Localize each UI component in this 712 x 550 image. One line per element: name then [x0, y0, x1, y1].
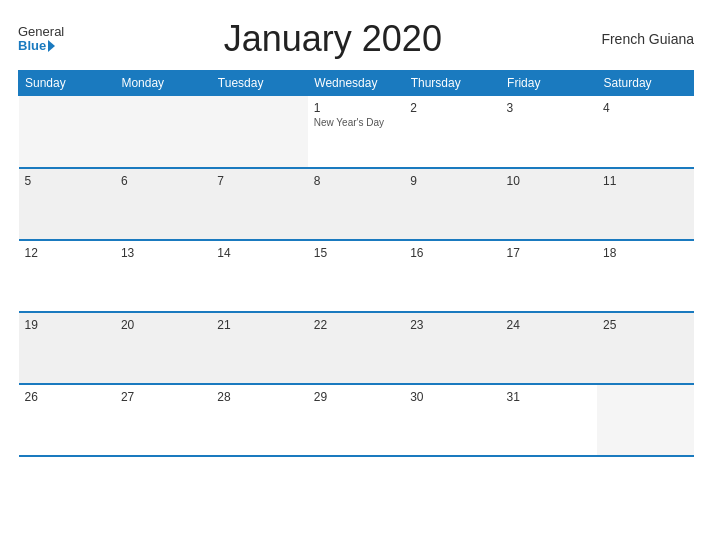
day-header-monday: Monday: [115, 71, 211, 96]
calendar-cell: 8: [308, 168, 404, 240]
week-row-3: 12131415161718: [19, 240, 694, 312]
day-number: 6: [121, 174, 205, 188]
calendar-cell: 28: [211, 384, 307, 456]
holiday-label: New Year's Day: [314, 117, 398, 128]
day-number: 14: [217, 246, 301, 260]
calendar-cell: 14: [211, 240, 307, 312]
day-number: 8: [314, 174, 398, 188]
logo-blue-text: Blue: [18, 39, 64, 53]
calendar-cell: 23: [404, 312, 500, 384]
day-number: 15: [314, 246, 398, 260]
calendar-cell: 6: [115, 168, 211, 240]
day-header-sunday: Sunday: [19, 71, 115, 96]
calendar-cell: 29: [308, 384, 404, 456]
calendar-container: General Blue January 2020 French Guiana …: [0, 0, 712, 550]
day-number: 10: [507, 174, 591, 188]
calendar-cell: 17: [501, 240, 597, 312]
day-header-tuesday: Tuesday: [211, 71, 307, 96]
days-header-row: SundayMondayTuesdayWednesdayThursdayFrid…: [19, 71, 694, 96]
day-number: 23: [410, 318, 494, 332]
calendar-cell: 22: [308, 312, 404, 384]
day-number: 5: [25, 174, 109, 188]
day-number: 11: [603, 174, 687, 188]
day-number: 3: [507, 101, 591, 115]
day-header-friday: Friday: [501, 71, 597, 96]
calendar-cell: 24: [501, 312, 597, 384]
calendar-cell: 10: [501, 168, 597, 240]
week-row-2: 567891011: [19, 168, 694, 240]
calendar-header: General Blue January 2020 French Guiana: [18, 18, 694, 60]
calendar-cell: 13: [115, 240, 211, 312]
day-number: 17: [507, 246, 591, 260]
logo-triangle-icon: [48, 40, 55, 52]
day-header-wednesday: Wednesday: [308, 71, 404, 96]
calendar-cell: [115, 96, 211, 168]
calendar-cell: 26: [19, 384, 115, 456]
day-number: 24: [507, 318, 591, 332]
day-number: 2: [410, 101, 494, 115]
day-number: 30: [410, 390, 494, 404]
day-number: 19: [25, 318, 109, 332]
day-number: 26: [25, 390, 109, 404]
logo-general-text: General: [18, 25, 64, 39]
day-number: 12: [25, 246, 109, 260]
calendar-cell: 27: [115, 384, 211, 456]
calendar-cell: 21: [211, 312, 307, 384]
calendar-cell: 1New Year's Day: [308, 96, 404, 168]
day-number: 9: [410, 174, 494, 188]
calendar-title: January 2020: [64, 18, 601, 60]
day-number: 27: [121, 390, 205, 404]
day-number: 21: [217, 318, 301, 332]
day-header-thursday: Thursday: [404, 71, 500, 96]
calendar-cell: 3: [501, 96, 597, 168]
calendar-cell: 5: [19, 168, 115, 240]
calendar-cell: 16: [404, 240, 500, 312]
day-number: 22: [314, 318, 398, 332]
day-number: 16: [410, 246, 494, 260]
calendar-cell: 18: [597, 240, 693, 312]
calendar-cell: 31: [501, 384, 597, 456]
region-label: French Guiana: [601, 31, 694, 47]
day-number: 31: [507, 390, 591, 404]
day-number: 1: [314, 101, 398, 115]
day-number: 7: [217, 174, 301, 188]
calendar-cell: 2: [404, 96, 500, 168]
day-number: 4: [603, 101, 687, 115]
calendar-cell: [211, 96, 307, 168]
calendar-cell: 15: [308, 240, 404, 312]
logo: General Blue: [18, 25, 64, 54]
calendar-cell: 20: [115, 312, 211, 384]
day-number: 13: [121, 246, 205, 260]
week-row-1: 1New Year's Day234: [19, 96, 694, 168]
day-number: 25: [603, 318, 687, 332]
logo-blue-label: Blue: [18, 39, 46, 53]
calendar-cell: [597, 384, 693, 456]
calendar-grid: SundayMondayTuesdayWednesdayThursdayFrid…: [18, 70, 694, 457]
week-row-5: 262728293031: [19, 384, 694, 456]
calendar-cell: 25: [597, 312, 693, 384]
day-header-saturday: Saturday: [597, 71, 693, 96]
calendar-cell: 4: [597, 96, 693, 168]
week-row-4: 19202122232425: [19, 312, 694, 384]
day-number: 28: [217, 390, 301, 404]
day-number: 18: [603, 246, 687, 260]
calendar-cell: 7: [211, 168, 307, 240]
calendar-cell: 9: [404, 168, 500, 240]
calendar-cell: 19: [19, 312, 115, 384]
calendar-cell: [19, 96, 115, 168]
day-number: 20: [121, 318, 205, 332]
calendar-cell: 11: [597, 168, 693, 240]
calendar-cell: 30: [404, 384, 500, 456]
calendar-cell: 12: [19, 240, 115, 312]
day-number: 29: [314, 390, 398, 404]
